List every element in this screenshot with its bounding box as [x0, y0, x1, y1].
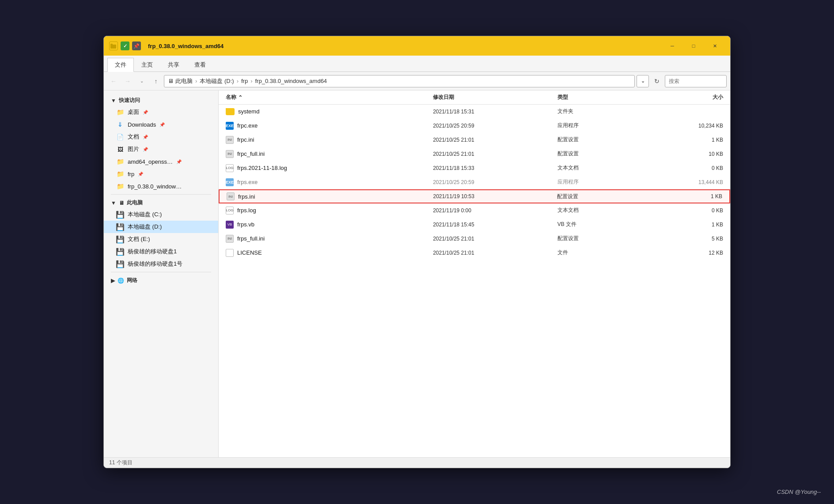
- pin-icon: 📌: [159, 122, 165, 127]
- tab-view[interactable]: 查看: [187, 58, 213, 71]
- log-icon: LOG: [226, 207, 234, 214]
- table-row[interactable]: LOG frps.2021-11-18.log 2021/11/18 15:33…: [219, 161, 730, 175]
- sidebar-item-drive-e[interactable]: 💾 文档 (E:): [104, 233, 218, 245]
- ribbon-tabs: 文件 主页 共享 查看: [104, 56, 730, 71]
- file-type: 文件夹: [557, 108, 657, 115]
- sidebar-item-desktop[interactable]: 📁 桌面 📌: [104, 106, 218, 118]
- path-part-folder: frp_0.38.0_windows_amd64: [255, 78, 327, 84]
- table-row[interactable]: INI frps.ini 2021/11/19 10:53 配置设置 1 KB: [219, 189, 730, 203]
- file-name: INI frpc_full.ini: [226, 150, 433, 158]
- column-size[interactable]: 大小: [657, 94, 723, 101]
- file-type: 文件: [557, 249, 657, 256]
- maximize-button[interactable]: □: [683, 39, 704, 53]
- sidebar-item-amd64[interactable]: 📁 amd64_openss… 📌: [104, 155, 218, 168]
- tab-file[interactable]: 文件: [107, 58, 134, 72]
- search-input[interactable]: [665, 75, 727, 87]
- table-row[interactable]: EXE frpc.exe 2021/10/25 20:59 应用程序 10,23…: [219, 119, 730, 133]
- file-explorer-window: ✓ 📌 frp_0.38.0_windows_amd64 ─ □ ✕ 文件 主页…: [103, 36, 731, 468]
- folder-icon: 📁: [116, 170, 124, 178]
- table-row[interactable]: LOG frps.log 2021/11/19 0:00 文本文档 0 KB: [219, 203, 730, 218]
- network-section[interactable]: ▶ 🌐 网络: [104, 274, 218, 286]
- table-row[interactable]: INI frpc_full.ini 2021/10/25 21:01 配置设置 …: [219, 147, 730, 161]
- sidebar-item-label: frp_0.38.0_window…: [128, 183, 182, 190]
- tab-home[interactable]: 主页: [134, 58, 160, 71]
- refresh-button[interactable]: ↻: [651, 75, 663, 87]
- file-name: EXE frpc.exe: [226, 122, 433, 130]
- sidebar-item-frp038[interactable]: 📁 frp_0.38.0_window…: [104, 180, 218, 192]
- ini-icon: INI: [226, 136, 234, 144]
- folder-icon: 🖼: [116, 145, 124, 153]
- address-path[interactable]: 🖥 此电脑 › 本地磁盘 (D:) › frp › frp_0.38.0_win…: [164, 75, 635, 87]
- main-area: ▼ 快速访问 📁 桌面 📌 ⇓ Downloads 📌 📄 文档 📌 🖼 图片: [104, 90, 730, 457]
- sidebar-item-label: 杨俊雄的移动硬盘1号: [128, 260, 182, 268]
- file-size: 5 KB: [657, 236, 723, 242]
- file-type: 应用程序: [557, 178, 657, 186]
- sidebar-item-label: frp: [128, 171, 134, 177]
- up-button[interactable]: ↑: [150, 75, 162, 87]
- pin-icon: 📌: [143, 135, 148, 139]
- file-date: 2021/10/25 21:01: [433, 151, 557, 157]
- sidebar-item-drive-c[interactable]: 💾 本地磁盘 (C:): [104, 208, 218, 221]
- tb-icon-pin: 📌: [132, 41, 141, 50]
- file-size: 10 KB: [657, 151, 723, 157]
- sidebar: ▼ 快速访问 📁 桌面 📌 ⇓ Downloads 📌 📄 文档 📌 🖼 图片: [104, 90, 219, 457]
- sidebar-item-documents[interactable]: 📄 文档 📌: [104, 131, 218, 143]
- sidebar-item-external1[interactable]: 💾 杨俊雄的移动硬盘1: [104, 245, 218, 258]
- window-controls: ─ □ ✕: [662, 39, 725, 53]
- this-pc-section[interactable]: ▼ 🖥 此电脑: [104, 196, 218, 208]
- file-size: 13,444 KB: [657, 179, 723, 185]
- file-name: INI frpc.ini: [226, 136, 433, 144]
- address-bar: ← → ⌄ ↑ 🖥 此电脑 › 本地磁盘 (D:) › frp › frp_0.…: [104, 72, 730, 90]
- column-date[interactable]: 修改日期: [433, 94, 557, 101]
- table-row[interactable]: VB frps.vb 2021/11/18 15:45 VB 文件 1 KB: [219, 218, 730, 232]
- file-name: systemd: [226, 108, 433, 115]
- drive-icon: 💾: [116, 223, 124, 231]
- file-name: EXE frps.exe: [226, 178, 433, 186]
- table-row[interactable]: INI frpc.ini 2021/10/25 21:01 配置设置 1 KB: [219, 133, 730, 147]
- file-date: 2021/10/25 21:01: [433, 250, 557, 256]
- file-date: 2021/11/18 15:45: [433, 222, 557, 228]
- exe-icon: EXE: [226, 178, 234, 186]
- network-label: 网络: [127, 277, 137, 284]
- table-row[interactable]: systemd 2021/11/18 15:31 文件夹: [219, 105, 730, 119]
- close-button[interactable]: ✕: [705, 39, 725, 53]
- column-name[interactable]: 名称 ⌃: [226, 94, 433, 101]
- back-button[interactable]: ←: [107, 75, 120, 87]
- watermark: CSDN @Young--: [777, 489, 821, 495]
- file-size: 12 KB: [657, 250, 723, 256]
- table-row[interactable]: EXE frps.exe 2021/10/25 20:59 应用程序 13,44…: [219, 175, 730, 189]
- tab-share[interactable]: 共享: [160, 58, 187, 71]
- sidebar-item-drive-d[interactable]: 💾 本地磁盘 (D:): [104, 221, 218, 233]
- minimize-button[interactable]: ─: [662, 39, 682, 53]
- history-button[interactable]: ⌄: [136, 75, 148, 87]
- quick-access-label: 快速访问: [119, 97, 140, 104]
- file-type: 配置设置: [557, 193, 656, 200]
- tb-icon-folder: [109, 41, 118, 50]
- column-type[interactable]: 类型: [557, 94, 657, 101]
- this-pc-chevron: ▼: [111, 200, 116, 206]
- forward-button[interactable]: →: [121, 75, 134, 87]
- sidebar-item-downloads[interactable]: ⇓ Downloads 📌: [104, 118, 218, 131]
- pin-icon: 📌: [176, 159, 182, 164]
- address-chevron[interactable]: ⌄: [637, 75, 649, 87]
- window-title: frp_0.38.0_windows_amd64: [148, 43, 659, 49]
- pin-icon: 📌: [138, 172, 143, 177]
- ini-icon: INI: [226, 150, 234, 158]
- sidebar-item-pictures[interactable]: 🖼 图片 📌: [104, 143, 218, 155]
- svg-rect-1: [110, 44, 113, 45]
- quick-access-section[interactable]: ▼ 快速访问: [104, 94, 218, 106]
- svg-rect-0: [110, 45, 116, 49]
- usb-icon: 💾: [116, 248, 124, 256]
- table-row[interactable]: LICENSE 2021/10/25 21:01 文件 12 KB: [219, 246, 730, 260]
- file-type: 配置设置: [557, 136, 657, 143]
- pin-icon: 📌: [143, 147, 148, 152]
- file-name: LOG frps.log: [226, 207, 433, 214]
- sidebar-item-label: 杨俊雄的移动硬盘1: [128, 248, 177, 256]
- file-name: INI frps.ini: [227, 192, 433, 200]
- ribbon: 文件 主页 共享 查看: [104, 56, 730, 72]
- sidebar-item-frp[interactable]: 📁 frp 📌: [104, 168, 218, 180]
- sidebar-item-external2[interactable]: 💾 杨俊雄的移动硬盘1号: [104, 258, 218, 270]
- file-date: 2021/10/25 20:59: [433, 179, 557, 185]
- table-row[interactable]: INI frps_full.ini 2021/10/25 21:01 配置设置 …: [219, 232, 730, 246]
- file-type: 应用程序: [557, 122, 657, 129]
